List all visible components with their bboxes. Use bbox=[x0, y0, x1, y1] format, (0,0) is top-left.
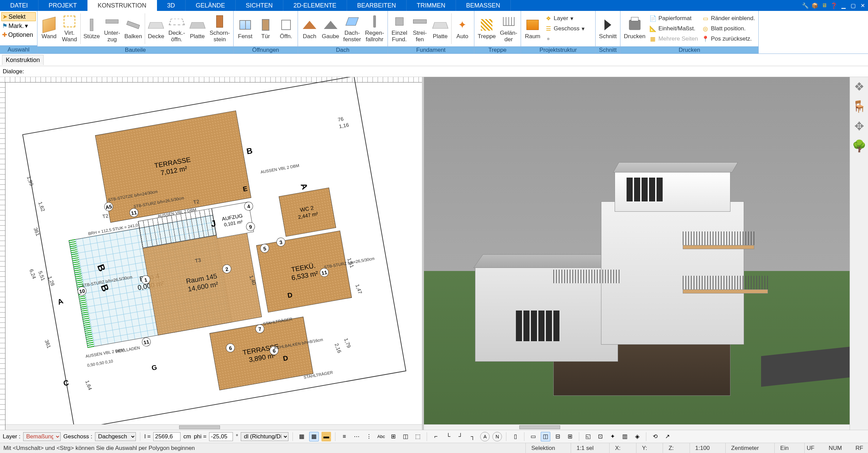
schnitt-button[interactable]: Schnitt bbox=[597, 12, 619, 46]
extra-btn-3[interactable]: ✦ bbox=[608, 432, 617, 441]
room-wc2[interactable]: WC 2 2,447 m² bbox=[279, 187, 336, 237]
extra-btn-7[interactable]: ↗ bbox=[663, 432, 672, 441]
close-icon[interactable]: ✕ bbox=[858, 1, 867, 10]
tree-icon[interactable]: 🌳 bbox=[852, 139, 866, 153]
view-3d-pane[interactable] bbox=[424, 77, 850, 430]
geschoss-select[interactable]: Dachgesch bbox=[95, 432, 136, 441]
extra-btn-5[interactable]: ◈ bbox=[632, 432, 642, 441]
view3d-hscroll-thumb[interactable] bbox=[519, 425, 560, 429]
plan-canvas[interactable]: TERRASSE 7,012 m² Büro 4 0,000 m² Raum 1… bbox=[5, 82, 422, 430]
fundplatte-button[interactable]: Platte bbox=[430, 12, 451, 46]
mark-button[interactable]: ⚑Mark.▾ bbox=[1, 22, 36, 30]
balken-button[interactable]: Balken bbox=[122, 12, 144, 46]
decke-button[interactable]: Decke bbox=[146, 12, 166, 46]
menu-tab-gelaende[interactable]: GELÄNDE bbox=[186, 0, 236, 11]
maximize-icon[interactable]: ▢ bbox=[849, 1, 857, 10]
menu-tab-3d[interactable]: 3D bbox=[157, 0, 186, 11]
style-btn-4[interactable]: ⊞ bbox=[389, 432, 398, 441]
extra-btn-4[interactable]: ▥ bbox=[620, 432, 630, 441]
streifen-button[interactable]: Strei- fen bbox=[410, 12, 430, 46]
gaube-button[interactable]: Gaube bbox=[320, 12, 341, 46]
dach-button[interactable]: Dach bbox=[299, 12, 320, 46]
l-input[interactable] bbox=[153, 432, 180, 441]
platte-button[interactable]: Platte bbox=[187, 12, 208, 46]
snap-btn-2[interactable]: ▦ bbox=[309, 432, 319, 441]
move-icon[interactable]: ✥ bbox=[854, 119, 864, 133]
virtwand-button[interactable]: Virt. Wand bbox=[59, 12, 80, 46]
package-icon[interactable]: 📦 bbox=[811, 1, 819, 10]
optionen-button[interactable]: ✚Optionen bbox=[1, 31, 36, 39]
style-btn-abc[interactable]: Abc bbox=[376, 432, 386, 441]
extra-btn-2[interactable]: ⊡ bbox=[596, 432, 605, 441]
furniture-icon[interactable]: 🪑 bbox=[852, 100, 866, 113]
menu-tab-projekt[interactable]: PROJEKT bbox=[38, 0, 88, 11]
auto-button[interactable]: ✦Auto bbox=[452, 12, 473, 46]
menu-tab-konstruktion[interactable]: KONSTRUKTION bbox=[88, 0, 157, 11]
layout-btn-4[interactable]: ⊞ bbox=[565, 432, 575, 441]
style-btn-5[interactable]: ◫ bbox=[401, 432, 410, 441]
view-btn-1[interactable]: ▯ bbox=[510, 432, 520, 441]
menu-tab-trimmen[interactable]: TRIMMEN bbox=[407, 0, 456, 11]
gelaender-button[interactable]: Gelän- der bbox=[498, 12, 519, 46]
extra-btn-6[interactable]: ⟲ bbox=[650, 432, 660, 441]
style-btn-6[interactable]: ⬚ bbox=[413, 432, 423, 441]
snap-btn-1[interactable]: ▦ bbox=[297, 432, 306, 441]
menu-tab-datei[interactable]: DATEI bbox=[0, 0, 38, 11]
extra-btn-1[interactable]: ◱ bbox=[583, 432, 593, 441]
menu-tab-sichten[interactable]: SICHTEN bbox=[236, 0, 283, 11]
blatt-button[interactable]: ◎Blatt position. bbox=[700, 24, 757, 34]
phi-input[interactable] bbox=[209, 432, 233, 441]
mehrere-seiten-button[interactable]: ▦Mehrere Seiten bbox=[647, 34, 700, 44]
raum-button[interactable]: Raum bbox=[522, 12, 543, 46]
struktur-extra[interactable]: ● bbox=[543, 34, 594, 44]
plan-hscroll-thumb[interactable] bbox=[179, 425, 220, 429]
einheit-button[interactable]: 📐Einheit/Maßst. bbox=[647, 24, 700, 34]
layers-icon[interactable]: ❖ bbox=[854, 80, 864, 93]
regenfallrohr-button[interactable]: Regen- fallrohr bbox=[363, 12, 386, 46]
dl-select[interactable]: dl (Richtung/Di bbox=[241, 432, 288, 441]
style-btn-1[interactable]: ≡ bbox=[340, 432, 349, 441]
drucken-button[interactable]: Drucken bbox=[622, 12, 647, 46]
layout-btn-1[interactable]: ▭ bbox=[528, 432, 538, 441]
pos-button[interactable]: 📍Pos zurücksetz. bbox=[700, 34, 757, 44]
screen-icon[interactable]: 🖥 bbox=[820, 1, 828, 10]
help-icon[interactable]: ❓ bbox=[830, 1, 838, 10]
plan-2d-pane[interactable]: TERRASSE 7,012 m² Büro 4 0,000 m² Raum 1… bbox=[0, 77, 424, 430]
oeffn-button[interactable]: Öffn. bbox=[276, 12, 296, 46]
snap-btn-3[interactable]: ▬ bbox=[321, 432, 331, 441]
deckoeffn-button[interactable]: Deck.- öffn. bbox=[166, 12, 187, 46]
minimize-icon[interactable]: ▁ bbox=[839, 1, 848, 10]
angle-btn-a[interactable]: A bbox=[480, 432, 490, 441]
style-btn-2[interactable]: ⋯ bbox=[352, 432, 361, 441]
tuer-button[interactable]: Tür bbox=[255, 12, 276, 46]
selekt-button[interactable]: ➤Selekt bbox=[1, 12, 36, 21]
unterzug-button[interactable]: Unter- zug bbox=[102, 12, 122, 46]
view3d-hscrollbar[interactable] bbox=[424, 424, 850, 430]
schornstein-button[interactable]: Schorn- stein bbox=[208, 12, 232, 46]
dachfenster-button[interactable]: Dach- fenster bbox=[341, 12, 363, 46]
style-btn-3[interactable]: ⋮ bbox=[364, 432, 374, 441]
treppe-button[interactable]: Treppe bbox=[476, 12, 498, 46]
menu-tab-2delemente[interactable]: 2D-ELEMENTE bbox=[283, 0, 347, 11]
layer-select[interactable]: Bemaßung bbox=[23, 432, 61, 441]
einzelfund-button[interactable]: Einzel Fund. bbox=[389, 12, 410, 46]
geschoss-dropdown[interactable]: ☰Geschoss▾ bbox=[543, 24, 594, 34]
room-teeku[interactable]: TEEKÜ. 6,533 m² bbox=[256, 230, 352, 312]
menu-tab-bemassen[interactable]: BEMASSEN bbox=[456, 0, 511, 11]
angle-btn-n[interactable]: N bbox=[492, 432, 502, 441]
wrench-icon[interactable]: 🔧 bbox=[801, 1, 809, 10]
plan-hscrollbar[interactable] bbox=[5, 424, 422, 430]
stuetze-button[interactable]: Stütze bbox=[81, 12, 102, 46]
room-raum145[interactable]: Raum 145 14,600 m² bbox=[143, 230, 262, 335]
raender-button[interactable]: ▭Ränder einblend. bbox=[700, 13, 757, 24]
corner-btn-3[interactable]: ┘ bbox=[456, 432, 465, 441]
corner-btn-1[interactable]: ⌐ bbox=[431, 432, 441, 441]
corner-btn-2[interactable]: └ bbox=[443, 432, 453, 441]
fenst-button[interactable]: Fenst bbox=[235, 12, 255, 46]
layer-dropdown[interactable]: ❖Layer▾ bbox=[543, 13, 594, 24]
corner-btn-4[interactable]: ┐ bbox=[468, 432, 477, 441]
papierformat-button[interactable]: 📄Papierformat bbox=[647, 13, 700, 24]
layout-btn-2[interactable]: ◫ bbox=[541, 432, 550, 441]
layout-btn-3[interactable]: ⊟ bbox=[553, 432, 563, 441]
menu-tab-bearbeiten[interactable]: BEARBEITEN bbox=[347, 0, 407, 11]
